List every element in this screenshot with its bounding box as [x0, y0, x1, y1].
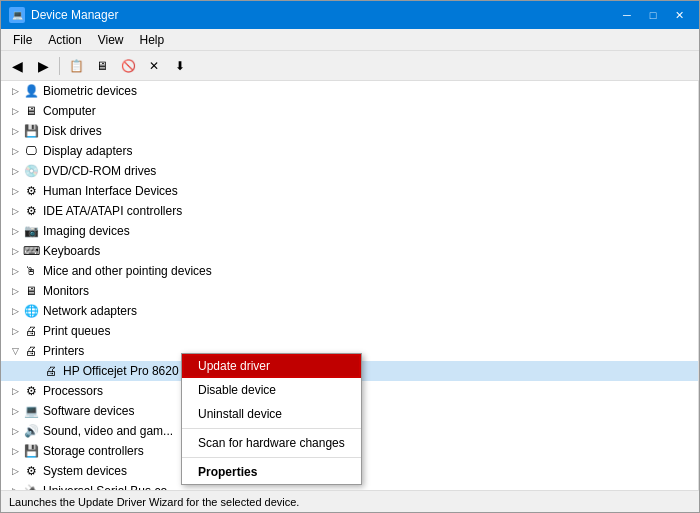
expand-disk[interactable]: ▷ [9, 125, 21, 137]
expand-printqueues[interactable]: ▷ [9, 325, 21, 337]
tree-item-network[interactable]: ▷ 🌐 Network adapters [1, 301, 698, 321]
menu-help[interactable]: Help [132, 31, 173, 49]
tree-item-keyboards[interactable]: ▷ ⌨ Keyboards [1, 241, 698, 261]
disk-label: Disk drives [43, 124, 102, 138]
tree-item-ide[interactable]: ▷ ⚙ IDE ATA/ATAPI controllers [1, 201, 698, 221]
expand-ide[interactable]: ▷ [9, 205, 21, 217]
expand-printers[interactable]: ▽ [9, 345, 21, 357]
tree-item-computer[interactable]: ▷ 🖥 Computer [1, 101, 698, 121]
toolbar: ◀ ▶ 📋 🖥 🚫 ✕ ⬇ [1, 51, 699, 81]
tree-item-disk[interactable]: ▷ 💾 Disk drives [1, 121, 698, 141]
storage-icon: 💾 [23, 443, 39, 459]
expand-processors[interactable]: ▷ [9, 385, 21, 397]
computer-label: Computer [43, 104, 96, 118]
expand-imaging[interactable]: ▷ [9, 225, 21, 237]
processors-icon: ⚙ [23, 383, 39, 399]
dvd-label: DVD/CD-ROM drives [43, 164, 156, 178]
tree-item-hid[interactable]: ▷ ⚙ Human Interface Devices [1, 181, 698, 201]
tree-item-imaging[interactable]: ▷ 📷 Imaging devices [1, 221, 698, 241]
printers-icon: 🖨 [23, 343, 39, 359]
menu-file[interactable]: File [5, 31, 40, 49]
title-bar-left: 💻 Device Manager [9, 7, 118, 23]
expand-hp [29, 365, 41, 377]
device-manager-window: 💻 Device Manager ─ □ ✕ File Action View … [0, 0, 700, 513]
uninstall-button[interactable]: ✕ [142, 54, 166, 78]
device-tree[interactable]: ▷ 👤 Biometric devices ▷ 🖥 Computer ▷ 💾 D… [1, 81, 699, 490]
disable-button[interactable]: 🚫 [116, 54, 140, 78]
printers-label: Printers [43, 344, 84, 358]
tree-item-monitors[interactable]: ▷ 🖥 Monitors [1, 281, 698, 301]
keyboards-icon: ⌨ [23, 243, 39, 259]
window-title: Device Manager [31, 8, 118, 22]
expand-network[interactable]: ▷ [9, 305, 21, 317]
scan-button[interactable]: ⬇ [168, 54, 192, 78]
tree-item-mice[interactable]: ▷ 🖱 Mice and other pointing devices [1, 261, 698, 281]
tree-item-printqueues[interactable]: ▷ 🖨 Print queues [1, 321, 698, 341]
ctx-update-driver[interactable]: Update driver [182, 354, 361, 378]
expand-hid[interactable]: ▷ [9, 185, 21, 197]
expand-computer[interactable]: ▷ [9, 105, 21, 117]
disk-icon: 💾 [23, 123, 39, 139]
ctx-uninstall-device[interactable]: Uninstall device [182, 402, 361, 426]
expand-software[interactable]: ▷ [9, 405, 21, 417]
expand-usb[interactable]: ▷ [9, 485, 21, 490]
expand-mice[interactable]: ▷ [9, 265, 21, 277]
biometric-icon: 👤 [23, 83, 39, 99]
monitors-icon: 🖥 [23, 283, 39, 299]
minimize-button[interactable]: ─ [615, 5, 639, 25]
app-icon: 💻 [9, 7, 25, 23]
hid-icon: ⚙ [23, 183, 39, 199]
menu-view[interactable]: View [90, 31, 132, 49]
tree-item-display[interactable]: ▷ 🖵 Display adapters [1, 141, 698, 161]
title-bar-controls: ─ □ ✕ [615, 5, 691, 25]
expand-storage[interactable]: ▷ [9, 445, 21, 457]
context-menu: Update driver Disable device Uninstall d… [181, 353, 362, 485]
tree-item-dvd[interactable]: ▷ 💿 DVD/CD-ROM drives [1, 161, 698, 181]
expand-keyboards[interactable]: ▷ [9, 245, 21, 257]
system-icon: ⚙ [23, 463, 39, 479]
ctx-scan-label: Scan for hardware changes [198, 436, 345, 450]
ide-label: IDE ATA/ATAPI controllers [43, 204, 182, 218]
title-bar: 💻 Device Manager ─ □ ✕ [1, 1, 699, 29]
mice-label: Mice and other pointing devices [43, 264, 212, 278]
update-driver-button[interactable]: 🖥 [90, 54, 114, 78]
tree-item-biometric[interactable]: ▷ 👤 Biometric devices [1, 81, 698, 101]
mice-icon: 🖱 [23, 263, 39, 279]
processors-label: Processors [43, 384, 103, 398]
sound-icon: 🔊 [23, 423, 39, 439]
ctx-disable-label: Disable device [198, 383, 276, 397]
ctx-properties[interactable]: Properties [182, 460, 361, 484]
usb-icon: 🔌 [23, 483, 39, 490]
system-label: System devices [43, 464, 127, 478]
ide-icon: ⚙ [23, 203, 39, 219]
keyboards-label: Keyboards [43, 244, 100, 258]
expand-monitors[interactable]: ▷ [9, 285, 21, 297]
ctx-scan-hardware[interactable]: Scan for hardware changes [182, 431, 361, 455]
sound-label: Sound, video and gam... [43, 424, 173, 438]
display-icon: 🖵 [23, 143, 39, 159]
menu-action[interactable]: Action [40, 31, 89, 49]
expand-sound[interactable]: ▷ [9, 425, 21, 437]
imaging-icon: 📷 [23, 223, 39, 239]
back-button[interactable]: ◀ [5, 54, 29, 78]
hp-icon: 🖨 [43, 363, 59, 379]
expand-system[interactable]: ▷ [9, 465, 21, 477]
properties-button[interactable]: 📋 [64, 54, 88, 78]
printqueues-icon: 🖨 [23, 323, 39, 339]
hp-label: HP Officejet Pro 8620 [63, 364, 179, 378]
maximize-button[interactable]: □ [641, 5, 665, 25]
usb-label: Universal Serial Bus co... [43, 484, 177, 490]
ctx-uninstall-label: Uninstall device [198, 407, 282, 421]
expand-biometric[interactable]: ▷ [9, 85, 21, 97]
ctx-disable-device[interactable]: Disable device [182, 378, 361, 402]
forward-button[interactable]: ▶ [31, 54, 55, 78]
expand-display[interactable]: ▷ [9, 145, 21, 157]
ctx-separator-1 [182, 428, 361, 429]
expand-dvd[interactable]: ▷ [9, 165, 21, 177]
storage-label: Storage controllers [43, 444, 144, 458]
close-button[interactable]: ✕ [667, 5, 691, 25]
content-area: ▷ 👤 Biometric devices ▷ 🖥 Computer ▷ 💾 D… [1, 81, 699, 490]
ctx-properties-label: Properties [198, 465, 257, 479]
imaging-label: Imaging devices [43, 224, 130, 238]
status-text: Launches the Update Driver Wizard for th… [9, 496, 299, 508]
